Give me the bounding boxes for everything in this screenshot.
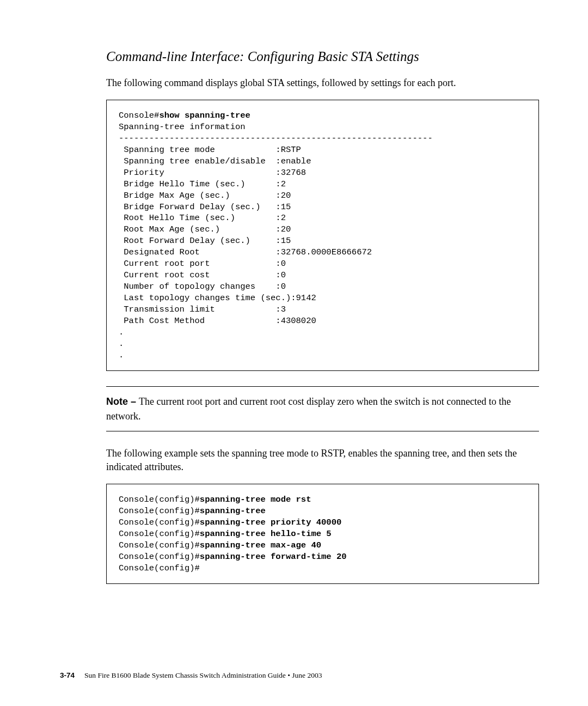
code-block-show-spanning-tree: Console#show spanning-tree Spanning-tree… xyxy=(106,100,539,371)
console-prompt: Console(config)# xyxy=(119,506,200,516)
ellipsis: . . . xyxy=(119,327,124,360)
output-row: Root Forward Delay (sec.) :15 xyxy=(119,236,291,246)
output-row: Bridge Hello Time (sec.) :2 xyxy=(119,179,286,189)
output-row: Current root cost :0 xyxy=(119,270,286,280)
info-header: Spanning-tree information xyxy=(119,122,246,132)
console-command: spanning-tree priority 40000 xyxy=(200,518,341,527)
console-command: spanning-tree hello-time 5 xyxy=(200,529,332,539)
output-row: Spanning tree enable/disable :enable xyxy=(119,156,311,166)
footer-title: Sun Fire B1600 Blade System Chassis Swit… xyxy=(84,671,322,679)
output-row: Designated Root :32768.0000E8666672 xyxy=(119,247,372,257)
note-text: The current root port and current root c… xyxy=(106,396,511,421)
note-label: Note – xyxy=(106,396,139,407)
console-prompt: Console(config)# xyxy=(119,540,200,550)
console-command: spanning-tree forward-time 20 xyxy=(200,552,347,562)
intro-paragraph: The following command displays global ST… xyxy=(106,76,539,90)
console-prompt: Console# xyxy=(119,111,159,120)
divider: ----------------------------------------… xyxy=(119,133,433,143)
output-row: Path Cost Method :4308020 xyxy=(119,316,316,326)
console-prompt: Console(config)# xyxy=(119,529,200,539)
console-command: show spanning-tree xyxy=(159,111,250,120)
output-row: Root Max Age (sec.) :20 xyxy=(119,224,291,234)
console-command: spanning-tree max-age 40 xyxy=(200,540,321,550)
console-prompt: Console(config)# xyxy=(119,552,200,562)
code-block-config: Console(config)#spanning-tree mode rst C… xyxy=(106,484,539,584)
output-row: Transmission limit :3 xyxy=(119,305,286,314)
output-row: Root Hello Time (sec.) :2 xyxy=(119,213,286,223)
section-title: Command-line Interface: Configuring Basi… xyxy=(106,49,539,64)
output-row: Priority :32768 xyxy=(119,168,306,178)
output-row: Number of topology changes :0 xyxy=(119,282,286,291)
page-footer: 3-74Sun Fire B1600 Blade System Chassis … xyxy=(60,671,322,680)
console-prompt: Console(config)# xyxy=(119,563,200,573)
note-block: Note – The current root port and current… xyxy=(106,386,539,431)
mid-paragraph: The following example sets the spanning … xyxy=(106,447,539,474)
output-row: Bridge Max Age (sec.) :20 xyxy=(119,191,291,200)
console-prompt: Console(config)# xyxy=(119,518,200,527)
output-row: Current root port :0 xyxy=(119,259,286,269)
console-command: spanning-tree mode rst xyxy=(200,495,311,504)
console-prompt: Console(config)# xyxy=(119,495,200,504)
output-row: Last topology changes time (sec.):9142 xyxy=(119,293,316,303)
output-row: Bridge Forward Delay (sec.) :15 xyxy=(119,202,291,212)
output-row: Spanning tree mode :RSTP xyxy=(119,145,301,155)
page-number: 3-74 xyxy=(60,671,75,679)
console-command: spanning-tree xyxy=(200,506,266,516)
